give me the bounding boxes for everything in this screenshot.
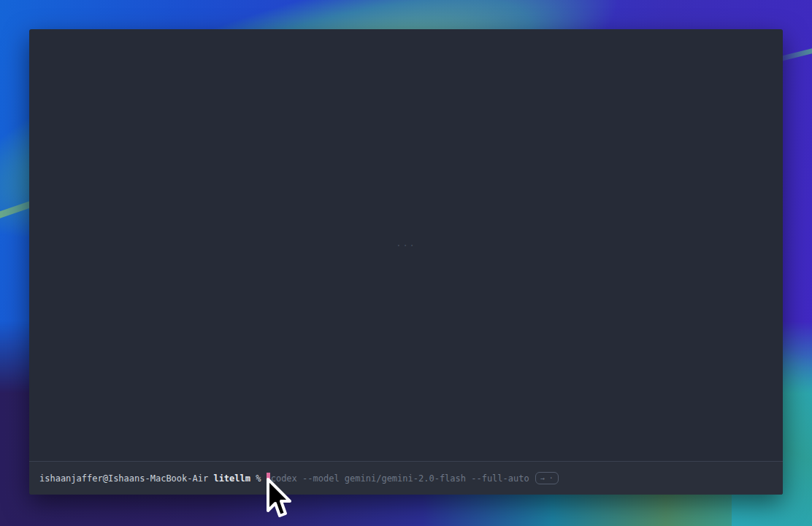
command-prompt-row[interactable]: ishaanjaffer@Ishaans-MacBook-Air litellm… [29, 462, 783, 495]
loading-ellipsis: ··· [396, 240, 416, 251]
prompt-symbol: % [250, 473, 267, 484]
autosuggestion-text: codex --model gemini/gemini-2.0-flash --… [271, 473, 529, 484]
right-arrow-icon: → · [540, 475, 554, 482]
prompt-directory: litellm [213, 473, 250, 484]
terminal-output-area: ··· [29, 29, 783, 461]
accept-suggestion-hint-badge: → · [535, 472, 559, 484]
desktop-wallpaper: ··· ishaanjaffer@Ishaans-MacBook-Air lit… [0, 0, 812, 526]
text-cursor [267, 473, 270, 484]
prompt-user-host: ishaanjaffer@Ishaans-MacBook-Air [39, 473, 213, 484]
terminal-window[interactable]: ··· ishaanjaffer@Ishaans-MacBook-Air lit… [29, 29, 783, 495]
